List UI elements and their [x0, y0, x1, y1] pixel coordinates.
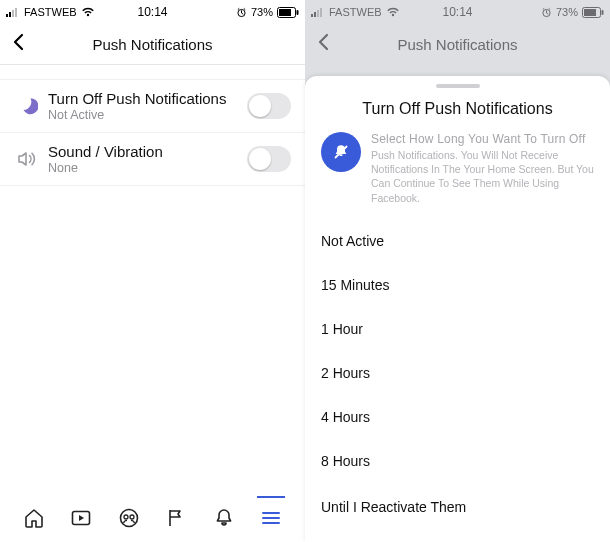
moon-icon: [16, 95, 38, 117]
status-bar: FASTWEB 10:14 73%: [305, 0, 610, 24]
bell-icon: [212, 506, 236, 530]
option-2-hours[interactable]: 2 Hours: [305, 351, 610, 395]
sheet-info-head: Select How Long You Want To Turn Off: [371, 132, 594, 146]
duration-sheet: Turn Off Push Notifications Select How L…: [305, 76, 610, 542]
page-title: Push Notifications: [92, 36, 212, 53]
row-subtitle: None: [48, 161, 247, 175]
row-title: Sound / Vibration: [48, 143, 247, 160]
bell-off-avatar: [321, 132, 361, 172]
option-1-hour[interactable]: 1 Hour: [305, 307, 610, 351]
settings-list: Turn Off Push Notifications Not Active S…: [0, 79, 305, 186]
nav-bell[interactable]: [208, 502, 240, 534]
option-not-active[interactable]: Not Active: [305, 219, 610, 263]
status-bar: FASTWEB 10:14 73%: [0, 0, 305, 24]
clock-label: 10:14: [305, 5, 610, 19]
back-button[interactable]: [315, 33, 333, 55]
toggle-sound-vibration[interactable]: [247, 146, 291, 172]
back-button[interactable]: [10, 33, 28, 55]
option-8-hours[interactable]: 8 Hours: [305, 439, 610, 483]
page-title: Push Notifications: [397, 36, 517, 53]
bell-off-icon: [331, 142, 351, 162]
nav-header: Push Notifications: [0, 24, 305, 64]
nav-flag[interactable]: [160, 502, 192, 534]
row-turn-off-push[interactable]: Turn Off Push Notifications Not Active: [0, 79, 305, 133]
row-subtitle: Not Active: [48, 108, 247, 122]
row-title: Turn Off Push Notifications: [48, 90, 247, 107]
chevron-left-icon: [315, 33, 333, 51]
nav-video[interactable]: [65, 502, 97, 534]
nav-header: Push Notifications: [305, 24, 610, 64]
toggle-turn-off-push[interactable]: [247, 93, 291, 119]
nav-home[interactable]: [18, 502, 50, 534]
option-4-hours[interactable]: 4 Hours: [305, 395, 610, 439]
row-sound-vibration[interactable]: Sound / Vibration None: [0, 133, 305, 186]
screenshot-left: FASTWEB 10:14 73% Push Notifications: [0, 0, 305, 542]
play-square-icon: [69, 506, 93, 530]
flag-icon: [164, 506, 188, 530]
nav-groups[interactable]: [113, 502, 145, 534]
nav-menu[interactable]: [255, 502, 287, 534]
option-until-reactivate[interactable]: Until I Reactivate Them: [305, 483, 610, 531]
svg-point-10: [124, 515, 128, 519]
sheet-title: Turn Off Push Notifications: [305, 100, 610, 118]
clock-label: 10:14: [0, 5, 305, 19]
screenshot-right: FASTWEB 10:14 73% Push Notifications Tur…: [305, 0, 610, 542]
chevron-left-icon: [10, 33, 28, 51]
option-15-minutes[interactable]: 15 Minutes: [305, 263, 610, 307]
speaker-icon: [16, 148, 38, 170]
hamburger-icon: [259, 506, 283, 530]
svg-point-9: [120, 510, 137, 527]
svg-rect-20: [339, 154, 342, 156]
sheet-info: Select How Long You Want To Turn Off Pus…: [305, 132, 610, 219]
svg-point-11: [130, 515, 134, 519]
sheet-info-body: Push Notifications. You Will Not Receive…: [371, 148, 594, 205]
sheet-handle[interactable]: [436, 84, 480, 88]
home-icon: [22, 506, 46, 530]
group-icon: [117, 506, 141, 530]
bottom-nav: [0, 502, 305, 534]
